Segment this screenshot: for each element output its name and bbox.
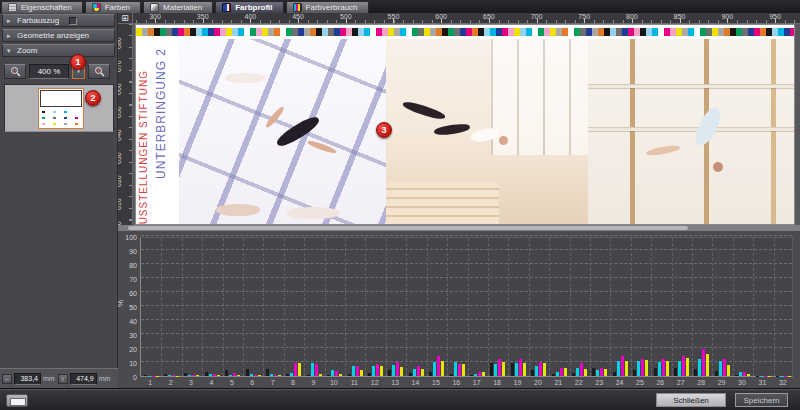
ruler-tick-label: 550 bbox=[378, 13, 408, 20]
chart-bar-black bbox=[450, 374, 453, 376]
chart-bar-magenta bbox=[233, 373, 236, 376]
page-margin: AUSSTELLUNGEN STIFTUNG UNTERBRINGUNG 2 bbox=[136, 36, 179, 225]
chart-bar-cyan bbox=[698, 359, 701, 376]
tab-farben[interactable]: Farben bbox=[85, 1, 141, 13]
x-axis-tick-label: 8 bbox=[283, 379, 303, 386]
zoom-out-button[interactable] bbox=[4, 64, 26, 79]
chart-bar-yellow bbox=[441, 361, 444, 376]
grid-line bbox=[141, 291, 792, 292]
ruler-origin-button[interactable]: ⊞ bbox=[118, 13, 133, 24]
chart-bar-black bbox=[490, 363, 493, 376]
close-button[interactable]: Schließen bbox=[656, 393, 726, 407]
chart-bar-black bbox=[592, 368, 595, 376]
tab-label: Materialien bbox=[163, 3, 202, 12]
magnifier-minus-icon bbox=[10, 66, 21, 77]
ruler-tick-label: 350 bbox=[188, 13, 218, 20]
ruler-tick-label: 400 bbox=[235, 13, 265, 20]
tab-eigenschaften[interactable]: Eigenschaften bbox=[1, 1, 83, 13]
chart-bar-cyan bbox=[250, 374, 253, 376]
magnifier-plus-icon bbox=[94, 66, 105, 77]
panel-header-geometrie-anzeigen[interactable]: ▸Geometrie anzeigen bbox=[2, 29, 115, 42]
dancer-head bbox=[713, 162, 723, 172]
radiator bbox=[386, 181, 499, 225]
chart-bar-cyan bbox=[596, 370, 599, 376]
farbauszug-checkbox[interactable] bbox=[69, 17, 77, 25]
x-axis-tick-label: 27 bbox=[671, 379, 691, 386]
ruler-tick-label: 600 bbox=[426, 13, 456, 20]
ruler-tick-label: 500 bbox=[331, 13, 361, 20]
x-axis-tick-label: 10 bbox=[324, 379, 344, 386]
zoom-in-button[interactable] bbox=[88, 64, 110, 79]
tab-farbprofil[interactable]: Farbprofil bbox=[215, 1, 283, 13]
ruler-tick-label: 670 bbox=[118, 62, 133, 72]
height-field[interactable]: 474,9 bbox=[70, 373, 97, 385]
chart-bar-cyan bbox=[556, 372, 559, 376]
x-axis-tick-label: 16 bbox=[446, 379, 466, 386]
chevron-right-icon: ▸ bbox=[7, 17, 13, 25]
grid-line bbox=[141, 277, 792, 278]
page-title-secondary: AUSSTELLUNGEN STIFTUNG bbox=[138, 70, 149, 225]
x-axis-tick-label: 6 bbox=[242, 379, 262, 386]
width-icon[interactable]: ↔ bbox=[2, 374, 12, 384]
chart-bar-black bbox=[266, 369, 269, 376]
chart-bar-cyan bbox=[678, 361, 681, 376]
ruler-minor-ticks bbox=[129, 24, 132, 225]
zoom-level-field[interactable]: 400 % bbox=[29, 64, 69, 79]
ruler-tick-label: 800 bbox=[617, 13, 647, 20]
ruler-tick-label: 630 bbox=[118, 154, 133, 164]
barre-post bbox=[630, 39, 635, 225]
panel-header-zoom[interactable]: ▾Zoom bbox=[2, 44, 115, 57]
ruler-tick-label: 650 bbox=[474, 13, 504, 20]
height-icon[interactable]: ↕ bbox=[58, 374, 68, 384]
thumbnail-speck bbox=[42, 111, 45, 113]
chart-bar-magenta bbox=[743, 372, 746, 376]
chart-bar-magenta bbox=[519, 359, 522, 376]
tab-materialien[interactable]: Materialien bbox=[143, 1, 213, 13]
chart-bar-magenta bbox=[621, 356, 624, 376]
x-axis-tick-label: 31 bbox=[752, 379, 772, 386]
chart-bar-black bbox=[348, 374, 351, 376]
tab-label: Farbprofil bbox=[235, 3, 272, 12]
save-button[interactable]: Speichern bbox=[735, 393, 788, 407]
chart-bar-yellow bbox=[217, 375, 220, 376]
tab-farbverbrauch[interactable]: Farbverbrauch bbox=[286, 1, 369, 13]
color-profile-icon bbox=[222, 3, 231, 12]
x-axis-tick-label: 23 bbox=[589, 379, 609, 386]
ruler-tick-label: 850 bbox=[665, 13, 695, 20]
x-axis-tick-label: 2 bbox=[161, 379, 181, 386]
thumbnail-speck bbox=[75, 117, 78, 119]
chart-bar-black bbox=[225, 370, 228, 376]
panel-header-farbauszug[interactable]: ▸Farbauszug bbox=[2, 14, 115, 27]
y-axis-tick-label: 40 bbox=[118, 318, 137, 325]
x-axis-tick-label: 29 bbox=[712, 379, 732, 386]
chart-bar-cyan bbox=[372, 366, 375, 377]
grid-line bbox=[529, 238, 530, 376]
thumbnail-speck bbox=[53, 123, 56, 125]
chart-bar-black bbox=[184, 373, 187, 377]
chart-bar-yellow bbox=[278, 375, 281, 376]
ink-coverage-chart: % 01020304050607080901001234567891011121… bbox=[118, 231, 800, 388]
chart-bar-black bbox=[613, 372, 616, 376]
grid-line bbox=[141, 235, 792, 236]
grid-line bbox=[570, 238, 571, 376]
chart-bar-cyan bbox=[270, 374, 273, 376]
ruler-tick-label: 610 bbox=[118, 200, 133, 210]
zoom-controls: 400 % ▼ bbox=[4, 63, 114, 79]
image-icon[interactable] bbox=[6, 394, 28, 407]
page-preview[interactable]: AUSSTELLUNGEN STIFTUNG UNTERBRINGUNG 2 bbox=[135, 24, 795, 225]
chart-bar-yellow bbox=[604, 369, 607, 376]
coordinates-row: ↔ 383,4 mm ↕ 474,9 mm bbox=[0, 368, 118, 388]
chart-bar-black bbox=[633, 370, 636, 376]
chart-bar-yellow bbox=[502, 362, 505, 376]
scrollbar-thumb[interactable] bbox=[128, 226, 688, 230]
grid-line bbox=[223, 238, 224, 376]
width-field[interactable]: 383,4 bbox=[14, 373, 41, 385]
chart-bar-cyan bbox=[474, 374, 477, 376]
chart-bar-magenta bbox=[274, 375, 277, 376]
grid-line bbox=[692, 238, 693, 376]
grid-line bbox=[427, 238, 428, 376]
grid-line bbox=[161, 238, 162, 376]
chart-bar-cyan bbox=[311, 363, 314, 376]
sidebar: ▸Farbauszug▸Geometrie anzeigen▾Zoom 400 … bbox=[0, 13, 118, 388]
chart-bar-black bbox=[572, 373, 575, 377]
